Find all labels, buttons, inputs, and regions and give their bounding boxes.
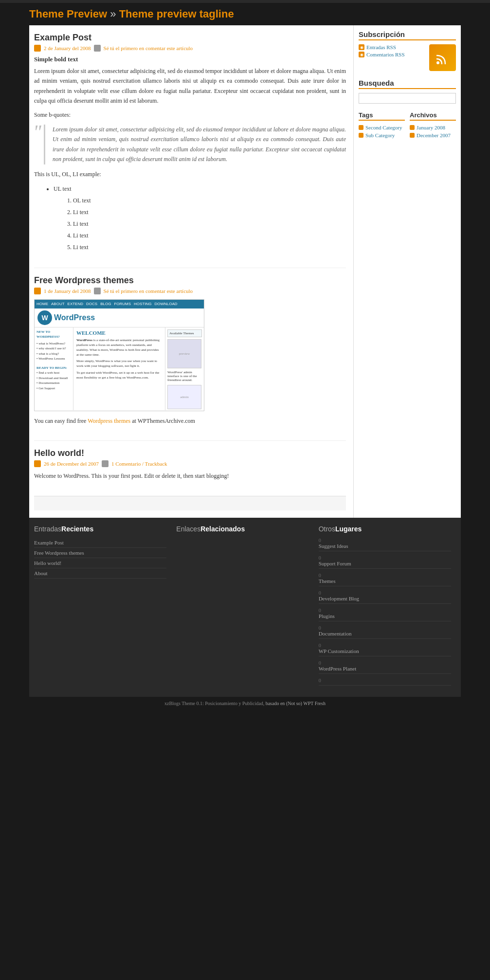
post-meta-wp: 1 de January del 2008 Sé tú el primero e… bbox=[34, 288, 346, 294]
wp-theme-image: preview bbox=[167, 339, 202, 368]
archive-item-1: January 2008 bbox=[410, 125, 456, 130]
post-comment-link-example[interactable]: Sé tú el primero en comentar este artícu… bbox=[104, 45, 193, 51]
last-count: 0 bbox=[319, 678, 451, 683]
rss-comments-item: ◉ Comentarios RSS bbox=[359, 52, 426, 57]
footer-links-title-regular: Enlaces bbox=[176, 525, 200, 533]
post-body-wp: You can easy find free Wordpress themes … bbox=[34, 416, 346, 426]
sidebar-subscription: Subscripción ◉ Entradas RSS ◉ Comentario… bbox=[359, 30, 456, 71]
post-subtitle-example: Simple bold text bbox=[34, 55, 346, 63]
footer-links-title-bold: Relacionados bbox=[200, 525, 245, 533]
plugins-count: 0 bbox=[319, 608, 451, 613]
calendar-icon-hello bbox=[34, 460, 41, 467]
wp-admin-text: WordPress' admin interface is one of the… bbox=[167, 370, 202, 382]
post-hello-world: Hello world! 26 de December del 2007 1 C… bbox=[34, 448, 346, 481]
footer-other-support: 0 Support Forum bbox=[319, 555, 451, 569]
bottom-bar: xzBlogs Theme 0.1: Posicionamiento y Pub… bbox=[29, 697, 461, 710]
post-blockquote: " Lorem ipsum dolor sit amet, consectetu… bbox=[44, 125, 346, 164]
li-item-4: Li text bbox=[73, 241, 346, 253]
quote-mark: " bbox=[33, 122, 41, 142]
tag-item-1: Second Category bbox=[359, 125, 405, 130]
search-input[interactable] bbox=[359, 93, 456, 104]
footer-recent-title-bold: Recientes bbox=[61, 525, 93, 533]
footer-link-hello[interactable]: Hello world! bbox=[34, 558, 166, 568]
wp-logo-area: W WordPress bbox=[35, 309, 204, 327]
footer-other-themes: 0 Themes bbox=[319, 573, 451, 586]
wp-themes-link[interactable]: Wordpress themes bbox=[88, 417, 130, 424]
rss-svg-icon bbox=[436, 51, 450, 65]
footer-link-about[interactable]: About bbox=[34, 568, 166, 579]
devblog-count: 0 bbox=[319, 590, 451, 596]
title-separator: » bbox=[107, 8, 119, 20]
wpplanet-link[interactable]: WordPress Planet bbox=[319, 666, 451, 674]
wp-nav-download: DOWNLOAD bbox=[155, 302, 178, 306]
footer-recent-col: EntradasRecientes Example Post Free Word… bbox=[34, 525, 171, 690]
footer-links-col: EnlacesRelacionados bbox=[171, 525, 313, 690]
devblog-link[interactable]: Development Blog bbox=[319, 596, 451, 604]
post-paragraph-1: Lorem ipsum dolor sit amet, consectetur … bbox=[34, 66, 346, 106]
footer-other-title: OtrosLugares bbox=[319, 525, 451, 533]
rss-comments-link[interactable]: Comentarios RSS bbox=[366, 52, 405, 57]
tag-dot-1 bbox=[359, 125, 363, 130]
svg-point-0 bbox=[436, 61, 439, 64]
tag-link-2[interactable]: Sub Category bbox=[365, 132, 395, 138]
last-link[interactable] bbox=[319, 683, 451, 686]
support-count: 0 bbox=[319, 555, 451, 561]
sidebar-search: Busqueda bbox=[359, 79, 456, 104]
wp-body-prefix: You can easy find free bbox=[34, 417, 88, 424]
content-area: Example Post 2 de January del 2008 Sé tú… bbox=[29, 25, 354, 518]
footer-other-last: 0 bbox=[319, 678, 451, 686]
wp-nav-forums: FORUMS bbox=[114, 302, 131, 306]
docs-link[interactable]: Documentation bbox=[319, 631, 451, 639]
wp-more-text: More simply, WordPress is what you use w… bbox=[76, 359, 162, 369]
wp-body-text: WordPress is a state-of-the-art semantic… bbox=[76, 338, 162, 357]
footer-other-wpcustom: 0 WP Customization bbox=[319, 643, 451, 656]
post-divider-2 bbox=[34, 440, 346, 441]
bottom-link[interactable]: basado en bbox=[266, 701, 285, 706]
post-comment-link-wp[interactable]: Sé tú el primero en comentar este artícu… bbox=[104, 288, 193, 294]
support-link[interactable]: Support Forum bbox=[319, 561, 451, 569]
search-title: Busqueda bbox=[359, 79, 456, 89]
wp-setup-text: To get started with WordPress, set it up… bbox=[76, 371, 162, 381]
archive-link-1[interactable]: January 2008 bbox=[417, 125, 445, 130]
suggest-link[interactable]: Suggest Ideas bbox=[319, 543, 451, 551]
post-example: Example Post 2 de January del 2008 Sé tú… bbox=[34, 33, 346, 253]
calendar-icon bbox=[34, 45, 41, 52]
footer-link-wp-themes[interactable]: Free Wordpress themes bbox=[34, 548, 166, 558]
post-date-example[interactable]: 2 de January del 2008 bbox=[44, 45, 91, 51]
themes-link[interactable]: Themes bbox=[319, 578, 451, 586]
post-date-hello[interactable]: 26 de December del 2007 bbox=[44, 461, 99, 467]
subscription-title: Subscripción bbox=[359, 30, 456, 40]
wp-nav-home: HOME bbox=[36, 302, 48, 306]
site-header: Theme Preview » Theme preview tagline bbox=[0, 3, 490, 25]
wp-nav-about: ABOUT bbox=[51, 302, 65, 306]
wp-right-sidebar: Available Themes preview WordPress' admi… bbox=[165, 327, 204, 410]
rss-entries-item: ◉ Entradas RSS bbox=[359, 44, 426, 50]
footer-link-example[interactable]: Example Post bbox=[34, 538, 166, 548]
bottom-link2[interactable]: (Not so) WPT Fresh bbox=[286, 701, 326, 706]
post-title-hello: Hello world! bbox=[34, 448, 346, 458]
rss-entries-icon: ◉ bbox=[359, 44, 364, 50]
site-title: Theme Preview » Theme preview tagline bbox=[29, 8, 461, 20]
footer-other-title-bold: Lugares bbox=[335, 525, 362, 533]
wp-theme-preview: preview bbox=[167, 339, 201, 368]
wp-admin-preview: admin bbox=[167, 385, 201, 409]
rss-entries-link[interactable]: Entradas RSS bbox=[366, 44, 396, 50]
wp-welcome-title: WELCOME bbox=[76, 329, 162, 337]
rss-feed-image bbox=[429, 44, 456, 71]
blockquote-intro: Some b-quotes: bbox=[34, 110, 346, 120]
post-body-hello: Welcome to WordPress. This is your first… bbox=[34, 471, 346, 481]
tag-link-1[interactable]: Second Category bbox=[365, 125, 402, 130]
blockquote-text: Lorem ipsum dolor sit amet, consectetur … bbox=[53, 126, 346, 163]
wp-logo-text: WordPress bbox=[54, 313, 95, 322]
wpcustom-link[interactable]: WP Customization bbox=[319, 648, 451, 656]
archives-title: Archivos bbox=[410, 111, 456, 121]
post-comment-link-hello[interactable]: 1 Comentario / Trackback bbox=[111, 461, 167, 467]
li-item-2: Li text bbox=[73, 218, 346, 230]
archive-link-2[interactable]: December 2007 bbox=[417, 132, 451, 138]
post-date-wp[interactable]: 1 de January del 2008 bbox=[44, 288, 91, 294]
themes-count: 0 bbox=[319, 573, 451, 578]
plugins-link[interactable]: Plugins bbox=[319, 613, 451, 621]
post-title-wp: Free Wordpress themes bbox=[34, 275, 346, 286]
wpplanet-count: 0 bbox=[319, 660, 451, 666]
site-tagline-header: Theme preview tagline bbox=[119, 8, 234, 20]
